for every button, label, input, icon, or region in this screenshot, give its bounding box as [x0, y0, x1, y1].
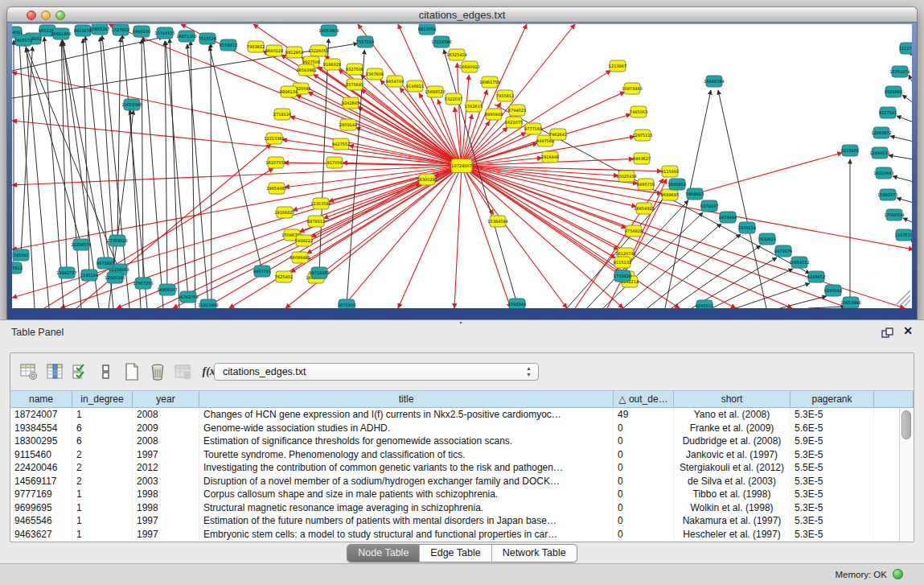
window-resize-grip[interactable]	[895, 290, 910, 306]
graph-node[interactable]: 9115460	[661, 166, 679, 177]
table-cell-short[interactable]: Tibbo et al. (1998)	[674, 488, 791, 501]
graph-node[interactable]: 13942737	[56, 267, 76, 278]
table-cell-out_de[interactable]: 0	[614, 422, 674, 435]
column-header-out_de[interactable]: △ out_de…	[614, 390, 674, 408]
table-row[interactable]: 946554611997Estimation of the future num…	[10, 514, 899, 528]
table-cell-short[interactable]: Dudbridge et al. (2008)	[674, 435, 791, 448]
graph-node[interactable]: 20206576	[71, 239, 91, 250]
graph-node[interactable]: 8454749	[386, 76, 404, 87]
graph-node[interactable]: 1621075	[505, 117, 523, 128]
graph-node[interactable]: 16671358	[176, 31, 196, 42]
float-panel-icon[interactable]	[881, 327, 893, 337]
graph-node[interactable]: 10025438	[616, 171, 636, 182]
graph-node[interactable]: 9242845	[342, 97, 359, 109]
table-cell-year[interactable]: 1998	[133, 501, 199, 515]
table-cell-year[interactable]: 1997	[133, 514, 199, 528]
tab-network-table[interactable]: Network Table	[492, 545, 577, 562]
graph-node[interactable]: 16210643	[873, 167, 893, 179]
close-panel-icon[interactable]: ✕	[903, 324, 913, 337]
table-cell-name[interactable]: 14569117	[10, 475, 72, 488]
vertical-scrollbar[interactable]	[899, 408, 914, 542]
graph-node[interactable]: 7485063	[630, 106, 647, 117]
table-cell-name[interactable]: 19384554	[10, 422, 72, 435]
table-cell-name[interactable]: 9463627	[10, 528, 72, 542]
table-row[interactable]: 946362711997Embryonic stem cells: a mode…	[10, 528, 899, 542]
graph-node[interactable]: 9245012	[696, 300, 713, 308]
graph-node[interactable]: 6379197	[700, 200, 718, 212]
graph-node[interactable]: 15688520	[425, 86, 445, 97]
graph-node[interactable]: 8813054	[418, 24, 436, 35]
graph-node[interactable]: 1562615	[465, 101, 483, 112]
tab-edge-table[interactable]: Edge Table	[420, 545, 491, 562]
graph-node[interactable]: 19166827	[274, 207, 294, 218]
graph-node[interactable]: 1733426	[614, 270, 631, 282]
table-selector-dropdown[interactable]: citations_edges.txt ▲▼	[214, 363, 539, 381]
graph-node[interactable]: 19654985	[266, 183, 286, 194]
table-cell-title[interactable]: Embryonic stem cells: a model to study s…	[199, 528, 614, 542]
row-height-icon[interactable]	[96, 361, 117, 382]
table-cell-year[interactable]: 2012	[133, 461, 199, 475]
graph-node[interactable]: 9327508	[346, 64, 363, 75]
graph-node[interactable]: 9115132	[614, 257, 631, 268]
graph-node[interactable]: 8471676	[774, 245, 792, 257]
table-cell-in_degree[interactable]: 1	[72, 488, 133, 501]
table-cell-title[interactable]: Disruption of a novel member of a sodium…	[199, 475, 614, 488]
table-cell-year[interactable]: 1998	[133, 488, 199, 501]
table-cell-short[interactable]: Wolkin et al. (1998)	[674, 501, 791, 515]
table-cell-pagerank[interactable]: 5.9E-5	[791, 435, 874, 448]
graph-node[interactable]: 7632621	[758, 233, 776, 245]
table-row[interactable]: 911546021997Tourette syndrome. Phenomeno…	[10, 448, 899, 462]
new-document-icon[interactable]	[121, 361, 142, 382]
table-cell-out_de[interactable]: 0	[614, 435, 674, 448]
graph-node[interactable]: 13218586	[431, 36, 451, 47]
table-cell-out_de[interactable]: 0	[614, 488, 674, 501]
graph-node[interactable]: 9329966	[885, 86, 902, 97]
graph-node[interactable]: 17016504	[884, 209, 904, 220]
table-cell-name[interactable]: 9777169	[10, 488, 72, 501]
graph-node[interactable]: 10653998	[840, 297, 860, 308]
graph-node[interactable]: 9463627	[633, 153, 651, 164]
table-cell-pagerank[interactable]: 5.3E-5	[791, 488, 874, 501]
graph-node[interactable]: 9227341	[879, 107, 897, 118]
table-cell-year[interactable]: 1997	[133, 448, 199, 462]
graph-node[interactable]: 6466160	[133, 26, 150, 37]
graph-node[interactable]: 1527602	[112, 24, 129, 35]
graph-node[interactable]: 12353598	[310, 198, 331, 209]
citation-graph[interactable]: 1872400796601288912954132260589927508165…	[12, 24, 912, 308]
table-cell-in_degree[interactable]: 6	[72, 435, 133, 448]
graph-node[interactable]: 3375685	[346, 79, 363, 90]
graph-node[interactable]: 8159372	[220, 39, 237, 51]
graph-node[interactable]: 8878312	[307, 216, 325, 227]
graph-node[interactable]: 13226058	[308, 45, 328, 56]
table-cell-title[interactable]: Corpus callosum shape and size in male p…	[199, 488, 614, 501]
table-cell-out_de[interactable]: 0	[614, 461, 674, 475]
column-header-in_degree[interactable]: in_degree	[72, 390, 133, 408]
column-visibility-icon[interactable]	[44, 361, 65, 382]
table-cell-title[interactable]: Investigating the contribution of common…	[199, 461, 614, 475]
scrollbar-thumb[interactable]	[901, 410, 911, 439]
table-row[interactable]: 1938455462009Genome-wide association stu…	[10, 422, 899, 435]
graph-node[interactable]: 7963822	[247, 41, 265, 52]
table-cell-out_de[interactable]: 0	[614, 475, 674, 488]
table-cell-in_degree[interactable]: 1	[72, 514, 133, 528]
graph-node[interactable]: 16325419	[446, 49, 466, 60]
column-header-year[interactable]: year	[133, 390, 199, 408]
graph-node[interactable]: 9699695	[661, 189, 679, 200]
graph-node[interactable]: 5498222	[295, 235, 313, 246]
table-row[interactable]: 1872400712008Changes of HCN gene express…	[10, 408, 899, 422]
graph-node[interactable]: 16958107	[157, 284, 177, 295]
table-cell-in_degree[interactable]: 1	[72, 501, 133, 515]
graph-node[interactable]: 745081	[13, 249, 29, 261]
graph-node[interactable]: 9975887	[97, 257, 114, 269]
table-cell-pagerank[interactable]: 5.3E-5	[791, 528, 874, 542]
column-header-pagerank[interactable]: pagerank	[791, 390, 874, 408]
graph-node[interactable]: 12444131	[869, 147, 889, 159]
table-cell-pagerank[interactable]: 5.3E-5	[791, 408, 874, 422]
graph-node[interactable]: 10654112	[789, 257, 809, 268]
graph-node[interactable]: 16543982	[296, 64, 316, 76]
graph-node[interactable]: 1167533	[895, 229, 912, 241]
graph-node[interactable]: 16961758	[479, 76, 499, 88]
graph-node[interactable]: 7515526	[199, 33, 216, 44]
tab-node-table[interactable]: Node Table	[347, 545, 420, 562]
table-cell-name[interactable]: 18724007	[10, 408, 72, 422]
